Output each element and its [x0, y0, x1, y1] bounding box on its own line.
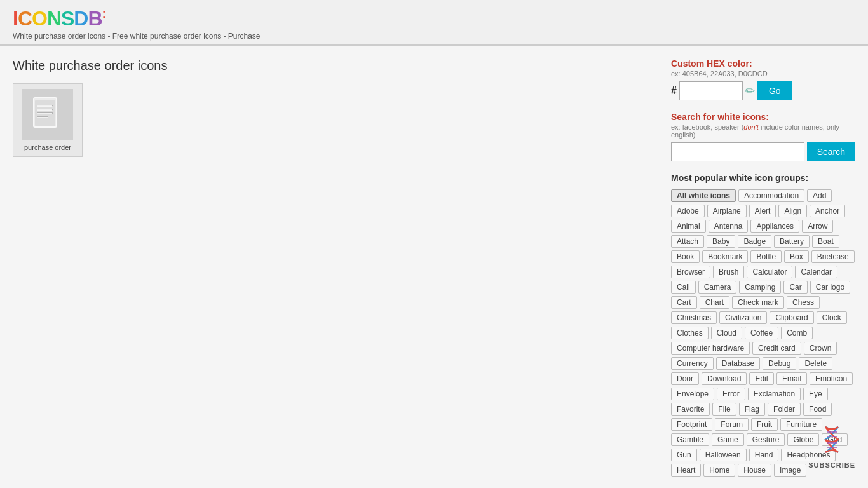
tag-item[interactable]: Game [712, 433, 744, 446]
tag-item[interactable]: Coffee [745, 327, 778, 339]
tag-item[interactable]: Accommodation [738, 189, 804, 202]
tag-item[interactable]: Clock [817, 311, 847, 324]
hex-example: ex: 405B64, 22A033, D0CDCD [671, 70, 855, 78]
tag-item[interactable]: Home [703, 464, 735, 477]
tag-item[interactable]: Chart [700, 296, 729, 309]
tag-item[interactable]: Cloud [711, 327, 742, 339]
tag-item[interactable]: Browser [671, 266, 710, 278]
tag-item[interactable]: Attach [671, 235, 704, 248]
right-sidebar: Custom HEX color: ex: 405B64, 22A033, D0… [671, 58, 855, 477]
search-example: ex: facebook, speaker (don't include col… [671, 123, 855, 139]
logo[interactable]: ICONSDB: [13, 6, 855, 30]
tag-item[interactable]: Crown [804, 342, 837, 355]
tag-item[interactable]: Fruit [751, 418, 778, 431]
tag-item[interactable]: Halloween [700, 449, 747, 461]
tag-item[interactable]: Credit card [752, 342, 801, 355]
tag-item[interactable]: Image [774, 464, 806, 477]
tag-item[interactable]: Gamble [671, 433, 709, 446]
main-layout: White purchase order icons [0, 46, 868, 488]
logo-letter-n: N [47, 7, 61, 30]
search-input[interactable] [671, 142, 804, 161]
search-input-row: Search [671, 142, 855, 161]
tag-item[interactable]: Airplane [707, 205, 747, 217]
tag-item[interactable]: Computer hardware [671, 342, 750, 355]
tag-item[interactable]: Animal [671, 220, 706, 233]
logo-letter-c: C [18, 7, 32, 30]
tag-item[interactable]: Align [778, 205, 807, 217]
tag-item[interactable]: Car [783, 281, 807, 294]
hex-color-input[interactable] [679, 81, 743, 100]
icon-label: purchase order [18, 144, 77, 151]
search-button[interactable]: Search [807, 142, 855, 161]
hex-section: Custom HEX color: ex: 405B64, 22A033, D0… [671, 58, 855, 100]
tag-item[interactable]: Clipboard [770, 311, 813, 324]
tag-item[interactable]: Add [807, 189, 832, 202]
tag-item[interactable]: Chess [787, 296, 820, 309]
tag-item[interactable]: Folder [768, 403, 801, 416]
tag-item[interactable]: Book [671, 250, 700, 263]
tag-item[interactable]: Envelope [671, 388, 714, 400]
pencil-icon[interactable]: ✏ [745, 84, 755, 98]
subscribe-corner[interactable]: SUBSCRIBE [808, 424, 855, 469]
dna-svg [819, 424, 844, 456]
tag-item[interactable]: Box [784, 250, 809, 263]
tag-item[interactable]: Email [776, 372, 807, 385]
tag-item[interactable]: Edit [749, 372, 774, 385]
tag-item[interactable]: Debug [763, 357, 796, 370]
tag-item[interactable]: Emoticon [810, 372, 853, 385]
tag-item[interactable]: Arrow [802, 220, 833, 233]
logo-dot: : [102, 6, 106, 20]
tag-item[interactable]: Gun [671, 449, 697, 461]
tag-item[interactable]: Download [702, 372, 747, 385]
tag-item[interactable]: House [738, 464, 771, 477]
tag-item[interactable]: Appliances [750, 220, 799, 233]
tag-item[interactable]: Eye [803, 388, 828, 400]
tag-item[interactable]: Flag [739, 403, 765, 416]
tag-item[interactable]: Alert [749, 205, 776, 217]
tag-item[interactable]: Civilization [719, 311, 767, 324]
tag-item[interactable]: Badge [738, 235, 771, 248]
tag-item[interactable]: Comb [781, 327, 813, 339]
tag-item[interactable]: Camera [698, 281, 737, 294]
tag-item[interactable]: All white icons [671, 189, 736, 202]
tag-item[interactable]: Antenna [709, 220, 749, 233]
tag-item[interactable]: Battery [774, 235, 810, 248]
tag-item[interactable]: Boat [812, 235, 839, 248]
logo-letter-b: B [88, 7, 102, 30]
tag-item[interactable]: Gesture [747, 433, 785, 446]
tag-item[interactable]: Adobe [671, 205, 705, 217]
tag-item[interactable]: Heart [671, 464, 701, 477]
tag-item[interactable]: Exclamation [748, 388, 801, 400]
tag-item[interactable]: Error [717, 388, 745, 400]
tag-item[interactable]: Calendar [795, 266, 837, 278]
tag-item[interactable]: Calculator [747, 266, 792, 278]
tag-item[interactable]: Briefcase [811, 250, 855, 263]
tag-item[interactable]: Hand [749, 449, 779, 461]
tag-item[interactable]: Door [671, 372, 699, 385]
tag-item[interactable]: Bookmark [702, 250, 748, 263]
tag-item[interactable]: Bottle [750, 250, 782, 263]
tag-item[interactable]: Call [671, 281, 696, 294]
tag-item[interactable]: Currency [671, 357, 714, 370]
logo-letter-i: I [13, 7, 18, 30]
tag-item[interactable]: Christmas [671, 311, 717, 324]
tag-item[interactable]: Cart [671, 296, 697, 309]
tag-item[interactable]: Camping [739, 281, 781, 294]
tag-item[interactable]: Brush [713, 266, 744, 278]
search-title: Search for white icons: [671, 112, 855, 122]
go-button[interactable]: Go [757, 81, 792, 100]
tag-item[interactable]: Delete [799, 357, 832, 370]
tag-item[interactable]: File [712, 403, 736, 416]
tag-item[interactable]: Clothes [671, 327, 709, 339]
tag-item[interactable]: Check mark [732, 296, 784, 309]
purchase-order-svg [29, 95, 67, 133]
tag-item[interactable]: Anchor [810, 205, 845, 217]
tag-item[interactable]: Footprint [671, 418, 712, 431]
list-item[interactable]: purchase order [13, 83, 83, 157]
tag-item[interactable]: Favorite [671, 403, 710, 416]
tag-item[interactable]: Forum [715, 418, 749, 431]
tag-item[interactable]: Food [803, 403, 832, 416]
tag-item[interactable]: Database [716, 357, 760, 370]
tag-item[interactable]: Baby [707, 235, 735, 248]
tag-item[interactable]: Car logo [810, 281, 850, 294]
